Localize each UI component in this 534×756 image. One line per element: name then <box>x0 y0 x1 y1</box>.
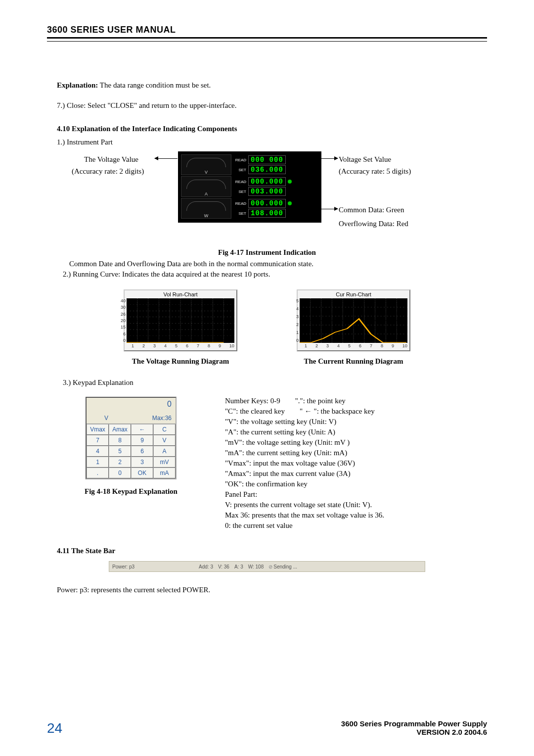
keypad-key[interactable]: 3 <box>131 457 153 468</box>
gauge-v: V <box>181 154 231 175</box>
axis-tick: 4 <box>337 343 340 348</box>
keypad-key[interactable]: 5 <box>109 446 131 457</box>
axis-tick: 8 <box>208 343 210 348</box>
keypad-legend: Number Keys: 0-9 ".": the point key"C": … <box>225 395 477 532</box>
keypad-key[interactable]: Vmax <box>87 424 109 435</box>
axis-tick: 20 <box>119 318 126 323</box>
axis-tick: 3 <box>153 343 156 348</box>
axis-tick: 1 <box>132 343 134 348</box>
legend-line: "V": the voltage setting key (Unit: V) <box>225 418 477 426</box>
sb-add: Add: 3 <box>199 564 213 569</box>
axis-tick: 8 <box>381 343 383 348</box>
state-bar: Power: p3 Add: 3 V: 36 A: 3 W: 108 Sendi… <box>109 561 425 572</box>
axis-tick: 7 <box>197 343 199 348</box>
fig-4-18-caption: Fig 4-18 Keypad Explanation <box>57 487 205 496</box>
instrument-figure: The Voltage Value (Accuracy rate: 2 digi… <box>57 151 477 245</box>
explanation-text: The data range condition must be set. <box>98 81 211 89</box>
gauge-v-label: V <box>181 170 231 175</box>
keypad-key[interactable]: 6 <box>131 446 153 457</box>
keypad-key[interactable]: . <box>87 468 109 478</box>
keypad-key[interactable]: mA <box>153 468 176 478</box>
vol-chart-svg <box>127 298 234 343</box>
instrument-panel: V READ000 000 SET036.000 A READ000.000 S… <box>178 151 321 223</box>
keypad-key[interactable]: 8 <box>109 435 131 446</box>
vol-chart-title: Vol Run-Chart <box>127 291 234 297</box>
legend-line: 0: the current set value <box>225 521 477 530</box>
axis-tick: 26 <box>119 312 126 317</box>
keypad-key[interactable]: 4 <box>87 446 109 457</box>
axis-tick: 9 <box>392 343 394 348</box>
section-4-10-title: 4.10 Explanation of the Interface Indica… <box>57 125 477 133</box>
gauge-a-label: A <box>181 191 231 196</box>
axis-tick: 5 <box>292 298 299 303</box>
axis-tick: 2 <box>142 343 145 348</box>
sb-sending: Sending ... <box>268 564 297 569</box>
keypad-key[interactable]: A <box>153 446 176 457</box>
keypad-key[interactable]: ← <box>131 424 153 435</box>
keypad-key[interactable]: 1 <box>87 457 109 468</box>
manual-title: 3600 SERIES USER MANUAL <box>47 25 487 35</box>
keypad-key[interactable]: OK <box>131 468 153 478</box>
item-2-running-curve: 2.) Running Curve: Indicates the data ac… <box>63 270 477 279</box>
keypad-key[interactable]: Amax <box>109 424 131 435</box>
vol-x-axis: 12345678910 <box>127 343 234 348</box>
sb-v: V: 36 <box>218 564 229 569</box>
status-dot-icon <box>288 201 292 205</box>
explanation-label: Explanation: <box>57 81 98 89</box>
lcd-set-a: 003.000 <box>248 187 286 196</box>
axis-tick: 15 <box>119 325 126 330</box>
ann-red: Overflowing Data: Red <box>339 220 408 228</box>
keypad-key[interactable]: V <box>153 435 176 446</box>
arrow-right-1-icon <box>320 158 338 159</box>
lcd-read-v: 000 000 <box>248 155 286 164</box>
keypad-panel: 0 V Max:36 VmaxAmax←C789V456A123mV.0OKmA <box>86 397 177 479</box>
footer-line-2: VERSION 2.0 2004.6 <box>341 728 487 736</box>
axis-tick: 2 <box>315 343 318 348</box>
axis-tick: 4 <box>164 343 167 348</box>
legend-line: "mA": the current setting key (Unit: mA) <box>225 449 477 457</box>
axis-tick: 7 <box>370 343 372 348</box>
axis-tick: 1 <box>305 343 307 348</box>
cur-chart-svg <box>300 298 407 343</box>
axis-tick: 1 <box>292 330 299 335</box>
vol-caption: The Voltage Running Diagram <box>124 357 237 366</box>
footer-line-1: 3600 Series Programmable Power Supply <box>341 719 487 728</box>
keypad-key[interactable]: 9 <box>131 435 153 446</box>
sb-w: W: 108 <box>248 564 264 569</box>
legend-line: Number Keys: 0-9 ".": the point key <box>225 397 477 405</box>
explanation-line: Explanation: The data range condition mu… <box>57 81 477 90</box>
axis-tick: 6 <box>186 343 188 348</box>
keypad-key[interactable]: mV <box>153 457 176 468</box>
gauge-w-label: W <box>181 213 231 218</box>
legend-line: V: presents the current voltage set stat… <box>225 501 477 509</box>
axis-tick: 2 <box>292 322 299 327</box>
keypad-grid: VmaxAmax←C789V456A123mV.0OKmA <box>87 424 176 478</box>
set-tag: SET <box>233 168 246 172</box>
read-tag: READ <box>233 180 246 184</box>
axis-tick: 10 <box>402 343 407 348</box>
item-3-keypad: 3.) Keypad Explanation <box>63 378 477 387</box>
step-7: 7.) Close: Select "CLOSE" and return to … <box>57 101 477 110</box>
keypad-display-max: Max:36 <box>152 415 172 422</box>
arrow-left-icon <box>155 158 178 159</box>
lcd-read-a: 000.000 <box>248 177 286 186</box>
axis-tick: 5 <box>175 343 178 348</box>
legend-line: "Amax": input the max current value (3A) <box>225 470 477 478</box>
axis-tick: 0 <box>292 338 299 343</box>
lcd-set-w: 108.000 <box>248 209 286 218</box>
cur-runchart: Cur Run-Chart 543210 <box>297 289 410 366</box>
keypad-key[interactable]: 2 <box>109 457 131 468</box>
ann-voltage-value: The Voltage Value <box>84 155 138 164</box>
legend-line: "A": the current setting key (Unit: A) <box>225 428 477 436</box>
state-bar-note: Power: p3: represents the current select… <box>57 586 477 594</box>
ann-green: Common Data: Green <box>339 206 404 214</box>
vol-y-axis: 403026201560 <box>119 298 126 343</box>
ann-accuracy-2: (Accuracy rate: 2 digits) <box>72 167 144 176</box>
runcharts-row: Vol Run-Chart 403026201560 <box>57 289 477 366</box>
arrow-right-2-icon <box>320 209 338 209</box>
keypad-key[interactable]: 0 <box>109 468 131 478</box>
keypad-key[interactable]: 7 <box>87 435 109 446</box>
axis-tick: 9 <box>219 343 221 348</box>
set-tag: SET <box>233 211 246 216</box>
keypad-key[interactable]: C <box>153 424 176 435</box>
